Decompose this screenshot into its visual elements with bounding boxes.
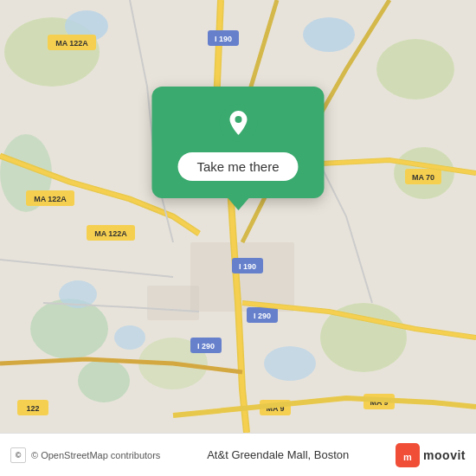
take-me-there-button[interactable]: Take me there xyxy=(177,152,298,181)
map-container: MA 122A MA 122A I 190 I 190 I 290 I 290 … xyxy=(0,0,476,433)
svg-point-5 xyxy=(30,299,108,359)
attribution-text: © OpenStreetMap contributors xyxy=(31,450,160,460)
moovit-text: moovit xyxy=(423,448,466,462)
osm-logo: © xyxy=(10,447,26,463)
svg-rect-14 xyxy=(190,242,294,312)
svg-point-2 xyxy=(376,39,454,100)
svg-text:122: 122 xyxy=(26,404,39,413)
svg-text:I 290: I 290 xyxy=(254,312,271,320)
svg-point-39 xyxy=(235,116,241,123)
svg-point-12 xyxy=(114,325,145,350)
svg-point-6 xyxy=(78,359,130,402)
svg-text:MA 122A: MA 122A xyxy=(55,39,88,48)
svg-point-13 xyxy=(264,346,316,381)
svg-point-10 xyxy=(303,17,355,52)
svg-text:I 290: I 290 xyxy=(197,342,215,351)
svg-text:MA 122A: MA 122A xyxy=(34,195,67,203)
attribution-area: © © OpenStreetMap contributors xyxy=(10,447,160,463)
location-card: Take me there xyxy=(151,87,324,198)
svg-text:MA 122A: MA 122A xyxy=(94,229,127,238)
location-label: At&t Greendale Mall, Boston xyxy=(207,448,349,461)
svg-text:I 190: I 190 xyxy=(215,35,232,43)
svg-text:m: m xyxy=(403,452,412,462)
bottom-bar: © © OpenStreetMap contributors At&t Gree… xyxy=(0,433,476,476)
moovit-logo: m moovit xyxy=(396,443,466,467)
moovit-icon: m xyxy=(396,443,420,467)
svg-rect-15 xyxy=(147,286,199,320)
svg-text:MA 70: MA 70 xyxy=(412,173,434,182)
svg-text:I 190: I 190 xyxy=(239,262,256,271)
location-pin-icon xyxy=(219,104,257,142)
